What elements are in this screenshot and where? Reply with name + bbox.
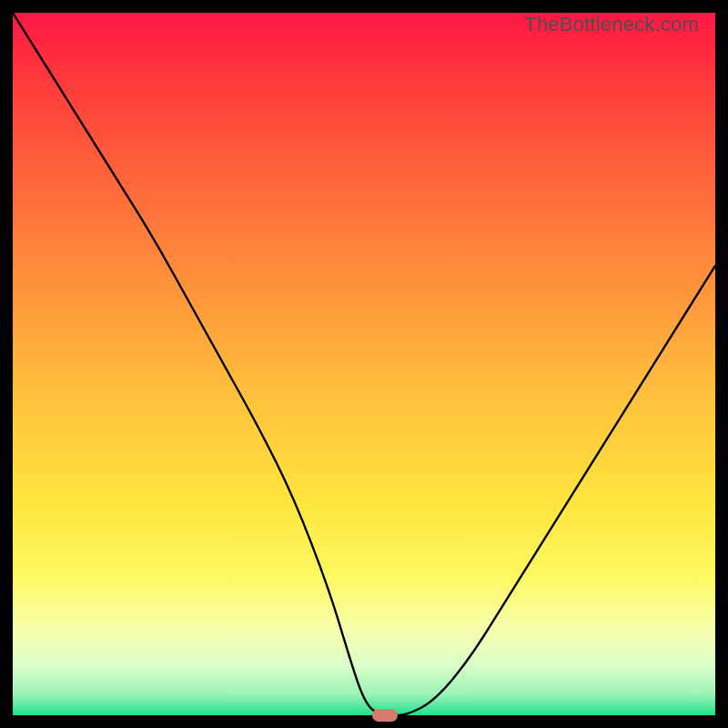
bottleneck-chart <box>13 13 715 715</box>
gradient-background <box>13 13 715 715</box>
chart-frame: TheBottleneck.com <box>13 13 715 715</box>
watermark-text: TheBottleneck.com <box>524 13 699 36</box>
optimal-point-marker <box>372 709 398 722</box>
